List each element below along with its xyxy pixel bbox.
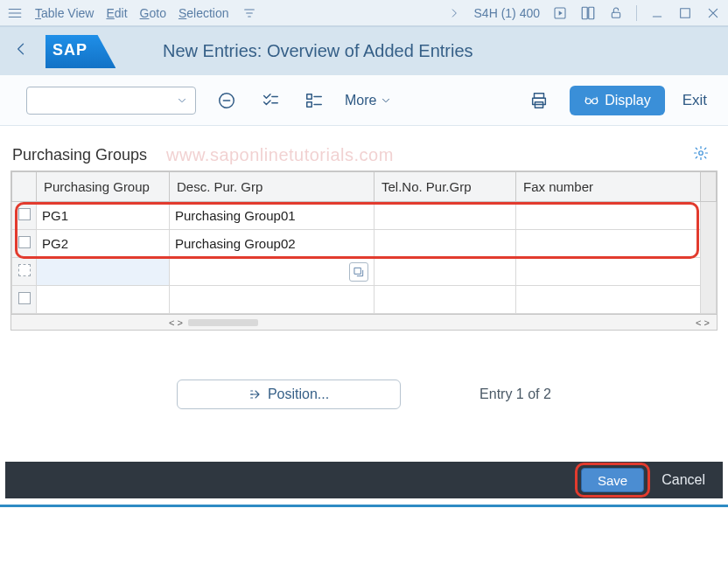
menu-goto[interactable]: Goto: [140, 6, 166, 20]
row-selector[interactable]: [12, 258, 37, 286]
entry-counter: Entry 1 of 2: [480, 386, 551, 402]
table-footer-scroll[interactable]: < > < >: [11, 314, 717, 330]
chevron-right-icon[interactable]: [446, 5, 462, 21]
gear-icon[interactable]: [693, 145, 709, 165]
vertical-scrollbar[interactable]: [701, 172, 717, 202]
watermark: www.saponlinetutorials.com: [166, 145, 394, 165]
deselect-all-icon[interactable]: [301, 87, 327, 114]
maximize-icon[interactable]: [677, 5, 693, 21]
position-button[interactable]: Position...: [177, 380, 401, 409]
svg-rect-1: [582, 7, 587, 19]
col-selector[interactable]: [12, 172, 37, 202]
svg-rect-14: [354, 268, 360, 274]
page-title: New Entries: Overview of Added Entries: [163, 41, 473, 61]
table-row[interactable]: PG2 Purchasing Group02: [12, 230, 717, 258]
view-dropdown[interactable]: [26, 87, 196, 115]
cell-tel[interactable]: [374, 258, 516, 286]
cell-fax[interactable]: [516, 258, 701, 286]
sap-logo: SAP: [46, 35, 116, 68]
play-icon[interactable]: [552, 5, 568, 21]
back-button[interactable]: [12, 40, 30, 63]
f4-help-icon[interactable]: [349, 262, 368, 282]
menu-edit[interactable]: Edit: [106, 6, 127, 20]
lock-open-icon[interactable]: [608, 5, 624, 21]
footer-separator: [0, 505, 728, 507]
cancel-link[interactable]: Cancel: [662, 472, 705, 488]
menu-table-view[interactable]: Table View: [35, 6, 94, 20]
chevron-down-icon: [380, 94, 392, 107]
content: Purchasing Groups www.saponlinetutorials…: [0, 126, 728, 409]
col-desc[interactable]: Desc. Pur. Grp: [170, 172, 374, 202]
cell-desc[interactable]: Purchasing Group02: [170, 230, 374, 258]
cell-pg[interactable]: [37, 258, 170, 286]
svg-rect-2: [589, 7, 594, 19]
table: Purchasing Group Desc. Pur. Grp Tel.No. …: [10, 171, 718, 331]
vertical-scrollbar[interactable]: [701, 202, 717, 314]
header: SAP New Entries: Overview of Added Entri…: [0, 26, 728, 75]
status-row: Position... Entry 1 of 2: [10, 380, 718, 409]
display-button[interactable]: Display: [570, 86, 664, 115]
table-row[interactable]: PG1 Purchasing Group01: [12, 202, 717, 230]
select-all-icon[interactable]: [257, 87, 284, 114]
svg-rect-3: [612, 12, 620, 17]
row-selector[interactable]: [12, 230, 37, 258]
goto-icon: [248, 387, 262, 401]
cell-fax[interactable]: [516, 202, 701, 230]
menubar: Table View Edit Goto Selection S4H (1) 4…: [0, 0, 728, 26]
close-icon[interactable]: [705, 5, 721, 21]
save-button[interactable]: Save: [581, 468, 644, 492]
cell-pg[interactable]: [37, 286, 170, 314]
undo-icon[interactable]: [214, 87, 240, 114]
row-selector[interactable]: [12, 286, 37, 314]
table-row[interactable]: [12, 286, 717, 314]
more-menu[interactable]: More: [345, 93, 392, 108]
col-purchasing-group[interactable]: Purchasing Group: [37, 172, 170, 202]
toolbar: More Display Exit: [0, 75, 728, 126]
svg-rect-8: [535, 93, 544, 98]
col-tel[interactable]: Tel.No. Pur.Grp: [374, 172, 516, 202]
cell-desc[interactable]: Purchasing Group01: [170, 202, 374, 230]
svg-rect-7: [307, 101, 312, 107]
cell-desc[interactable]: [170, 286, 374, 314]
hamburger-icon[interactable]: [7, 5, 23, 21]
table-row[interactable]: [12, 258, 717, 286]
glasses-icon: [584, 93, 599, 108]
svg-rect-6: [307, 94, 312, 99]
minimize-icon[interactable]: [649, 5, 665, 21]
col-fax[interactable]: Fax number: [516, 172, 701, 202]
cell-pg[interactable]: PG1: [37, 202, 170, 230]
table-header-row: Purchasing Group Desc. Pur. Grp Tel.No. …: [12, 172, 717, 202]
system-label: S4H (1) 400: [474, 6, 540, 20]
svg-point-13: [699, 151, 704, 156]
svg-rect-4: [681, 8, 690, 17]
cell-tel[interactable]: [374, 230, 516, 258]
command-field-icon[interactable]: [580, 5, 596, 21]
print-icon[interactable]: [526, 87, 552, 114]
cell-pg[interactable]: PG2: [37, 230, 170, 258]
cell-tel[interactable]: [374, 286, 516, 314]
row-selector[interactable]: [12, 202, 37, 230]
chevron-down-icon: [176, 94, 188, 107]
exit-link[interactable]: Exit: [682, 92, 707, 109]
section-title: Purchasing Groups: [12, 146, 147, 164]
cell-fax[interactable]: [516, 286, 701, 314]
cell-fax[interactable]: [516, 230, 701, 258]
footer-bar: Save Cancel: [5, 462, 723, 498]
menu-selection[interactable]: Selection: [178, 6, 229, 20]
cell-desc[interactable]: [170, 258, 374, 286]
cell-tel[interactable]: [374, 202, 516, 230]
filter-icon[interactable]: [242, 5, 257, 21]
divider: [636, 5, 637, 21]
